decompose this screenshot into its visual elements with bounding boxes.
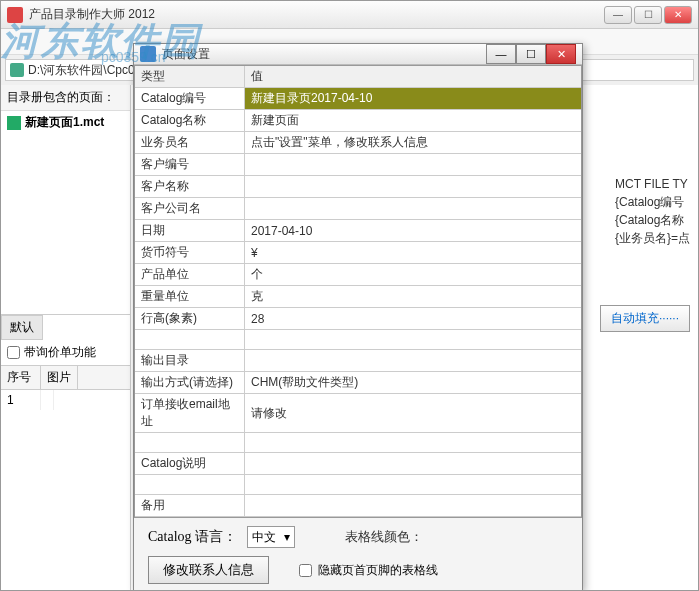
property-value[interactable] [245, 176, 581, 197]
property-key: 备用 [135, 495, 245, 516]
property-row[interactable]: 货币符号¥ [135, 242, 581, 264]
property-value[interactable] [245, 350, 581, 371]
dialog-minimize-button[interactable]: — [486, 44, 516, 64]
grid-separator [135, 475, 581, 495]
property-value[interactable]: 点击"设置"菜单，修改联系人信息 [245, 132, 581, 153]
right-preview-text: MCT FILE TY {Catalog编号 {Catalog名称 {业务员名}… [615, 175, 690, 247]
property-row[interactable]: Catalog编号新建目录页2017-04-10 [135, 88, 581, 110]
property-key: Catalog编号 [135, 88, 245, 109]
grid-header: 类型 值 [135, 66, 581, 88]
property-value[interactable]: 新建页面 [245, 110, 581, 131]
dialog-icon [140, 46, 156, 62]
property-key: 货币符号 [135, 242, 245, 263]
property-value[interactable]: 请修改 [245, 394, 581, 432]
property-row[interactable]: 订单接收email地址请修改 [135, 394, 581, 433]
color-label: 表格线颜色： [345, 528, 423, 546]
property-key: 输出目录 [135, 350, 245, 371]
quote-checkbox[interactable] [7, 346, 20, 359]
property-key: 业务员名 [135, 132, 245, 153]
lang-value: 中文 [252, 529, 276, 546]
col-no: 序号 [1, 366, 41, 389]
property-value[interactable] [245, 453, 581, 474]
dialog-maximize-button[interactable]: ☐ [516, 44, 546, 64]
modify-contact-button[interactable]: 修改联系人信息 [148, 556, 269, 584]
property-key: Catalog说明 [135, 453, 245, 474]
hide-lines-checkbox[interactable] [299, 564, 312, 577]
property-key: 客户编号 [135, 154, 245, 175]
property-key: 日期 [135, 220, 245, 241]
property-value[interactable]: 新建目录页2017-04-10 [245, 88, 581, 109]
dialog-title: 页面设置 [162, 46, 486, 63]
property-key: 客户公司名 [135, 198, 245, 219]
property-row[interactable]: 行高(象素)28 [135, 308, 581, 330]
save-icon [7, 116, 21, 130]
lang-label: Catalog 语言： [148, 528, 237, 546]
property-grid: 类型 值 Catalog编号新建目录页2017-04-10Catalog名称新建… [134, 65, 582, 518]
page-settings-dialog: 页面设置 — ☐ ✕ 类型 值 Catalog编号新建目录页2017-04-10… [133, 43, 583, 591]
property-row[interactable]: 客户公司名 [135, 198, 581, 220]
property-key: 订单接收email地址 [135, 394, 245, 432]
close-button[interactable]: ✕ [664, 6, 692, 24]
property-key: Catalog名称 [135, 110, 245, 131]
property-row[interactable]: 日期2017-04-10 [135, 220, 581, 242]
property-value[interactable]: 个 [245, 264, 581, 285]
chevron-down-icon: ▾ [284, 530, 290, 544]
grid-separator [135, 433, 581, 453]
property-value[interactable]: ¥ [245, 242, 581, 263]
property-key: 客户名称 [135, 176, 245, 197]
property-row[interactable]: 输出方式(请选择)CHM(帮助文件类型) [135, 372, 581, 394]
table-row[interactable]: 1 [1, 390, 130, 410]
tab-default[interactable]: 默认 [1, 315, 43, 340]
autofill-button[interactable]: 自动填充······ [600, 305, 690, 332]
property-key: 产品单位 [135, 264, 245, 285]
property-value[interactable]: 28 [245, 308, 581, 329]
cell-no: 1 [1, 390, 41, 410]
property-row[interactable]: 客户编号 [135, 154, 581, 176]
property-row[interactable]: 产品单位个 [135, 264, 581, 286]
app-title: 产品目录制作大师 2012 [29, 6, 604, 23]
property-key: 输出方式(请选择) [135, 372, 245, 393]
dialog-close-button[interactable]: ✕ [546, 44, 576, 64]
property-value[interactable]: CHM(帮助文件类型) [245, 372, 581, 393]
main-titlebar: 产品目录制作大师 2012 — ☐ ✕ [1, 1, 698, 29]
folder-icon [10, 63, 24, 77]
file-item[interactable]: 新建页面1.mct [1, 111, 130, 134]
property-value[interactable] [245, 495, 581, 516]
dialog-titlebar: 页面设置 — ☐ ✕ [134, 44, 582, 65]
minimize-button[interactable]: — [604, 6, 632, 24]
property-row[interactable]: 客户名称 [135, 176, 581, 198]
property-row[interactable]: Catalog说明 [135, 453, 581, 475]
property-row[interactable]: 输出目录 [135, 350, 581, 372]
property-row[interactable]: 业务员名点击"设置"菜单，修改联系人信息 [135, 132, 581, 154]
property-value[interactable] [245, 154, 581, 175]
maximize-button[interactable]: ☐ [634, 6, 662, 24]
cell-img [41, 390, 54, 410]
property-row[interactable]: 重量单位克 [135, 286, 581, 308]
grid-separator [135, 330, 581, 350]
lang-select[interactable]: 中文 ▾ [247, 526, 295, 548]
left-panel-header: 目录册包含的页面： [1, 85, 130, 111]
left-table-header: 序号 图片 [1, 366, 130, 390]
col-img: 图片 [41, 366, 78, 389]
hide-lines-label: 隐藏页首页脚的表格线 [318, 562, 438, 579]
header-type: 类型 [135, 66, 245, 87]
property-value[interactable]: 2017-04-10 [245, 220, 581, 241]
property-value[interactable] [245, 198, 581, 219]
property-key: 行高(象素) [135, 308, 245, 329]
left-panel: 目录册包含的页面： 新建页面1.mct 默认 带询价单功能 序号 图片 1 [1, 85, 131, 591]
file-name: 新建页面1.mct [25, 114, 104, 131]
quote-label: 带询价单功能 [24, 344, 96, 361]
app-icon [7, 7, 23, 23]
property-value[interactable]: 克 [245, 286, 581, 307]
property-row[interactable]: Catalog名称新建页面 [135, 110, 581, 132]
property-row[interactable]: 备用 [135, 495, 581, 517]
header-value: 值 [245, 66, 581, 87]
property-key: 重量单位 [135, 286, 245, 307]
